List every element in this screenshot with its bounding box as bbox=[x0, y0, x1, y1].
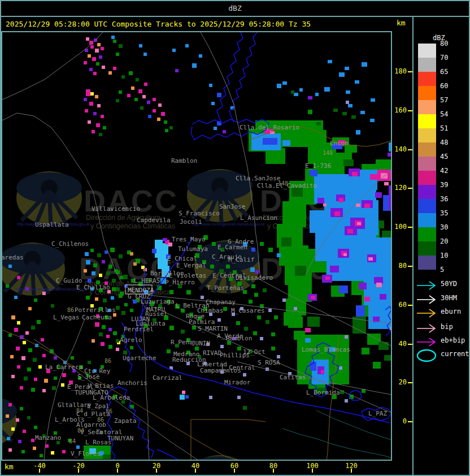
radar-echo bbox=[201, 296, 204, 299]
radar-echo bbox=[14, 328, 18, 332]
radar-echo bbox=[346, 101, 349, 104]
map-label: Ramblon bbox=[171, 157, 197, 165]
radar-echo bbox=[116, 287, 120, 291]
radar-echo bbox=[102, 260, 105, 263]
radar-echo bbox=[360, 111, 365, 114]
map-label: S_ROSA bbox=[258, 359, 280, 366]
radar-echo bbox=[38, 365, 42, 369]
radar-echo bbox=[346, 90, 350, 94]
radar-echo bbox=[325, 276, 330, 280]
road-number-label: 148 bbox=[278, 180, 288, 187]
radar-echo bbox=[133, 262, 137, 266]
radar-echo bbox=[180, 395, 185, 400]
radar-echo bbox=[119, 44, 123, 48]
radar-echo bbox=[212, 242, 216, 246]
radar-echo bbox=[356, 204, 360, 207]
radar-echo bbox=[119, 254, 123, 258]
map-label: aredas bbox=[1, 254, 24, 261]
map-label: Uspallata bbox=[35, 221, 69, 228]
radar-echo bbox=[123, 275, 128, 279]
radar-echo bbox=[164, 120, 167, 124]
radar-echo bbox=[33, 447, 36, 450]
radar-echo bbox=[112, 287, 116, 291]
radar-echo bbox=[362, 348, 369, 354]
radar-echo bbox=[368, 257, 373, 261]
radar-echo bbox=[308, 96, 312, 99]
radar-echo bbox=[330, 266, 339, 272]
radar-echo bbox=[316, 122, 321, 126]
radar-echo bbox=[249, 300, 253, 304]
radar-echo bbox=[317, 198, 324, 204]
radar-echo bbox=[101, 342, 105, 346]
radar-echo bbox=[359, 283, 367, 289]
radar-echo bbox=[143, 53, 147, 56]
radar-echo bbox=[226, 265, 230, 269]
radar-echo bbox=[243, 373, 246, 377]
radar-echo bbox=[140, 106, 143, 110]
radar-echo bbox=[131, 86, 134, 90]
radar-echo bbox=[88, 361, 91, 364]
map-canvas[interactable]: DACCDACCDACCDACCDACCDirección de Agricul… bbox=[0, 0, 470, 476]
road-number-label: 86 bbox=[97, 417, 104, 423]
radar-echo bbox=[147, 101, 150, 104]
radar-echo bbox=[96, 62, 99, 66]
radar-echo bbox=[384, 355, 391, 361]
radar-echo bbox=[21, 356, 25, 360]
radar-echo bbox=[108, 328, 112, 331]
radar-echo bbox=[282, 298, 286, 302]
radar-echo bbox=[185, 395, 189, 399]
radar-echo bbox=[168, 243, 172, 246]
radar-echo bbox=[134, 98, 138, 101]
radar-echo bbox=[255, 270, 259, 274]
radar-echo bbox=[102, 66, 105, 69]
radar-echo bbox=[14, 296, 18, 299]
radar-echo bbox=[277, 84, 281, 88]
radar-echo bbox=[139, 44, 142, 47]
map-label: Manzano bbox=[35, 434, 61, 442]
radar-echo bbox=[27, 416, 31, 419]
radar-echo bbox=[24, 377, 28, 380]
radar-echo bbox=[237, 347, 241, 350]
radar-echo bbox=[364, 297, 370, 301]
radar-echo bbox=[23, 341, 26, 344]
radar-echo bbox=[148, 115, 151, 118]
radar-echo bbox=[54, 356, 57, 360]
radar-echo bbox=[294, 331, 305, 340]
map-label: E_Vergal bbox=[176, 262, 206, 269]
radar-echo bbox=[260, 337, 263, 340]
radar-echo bbox=[181, 309, 185, 313]
map-label: Tulumaya bbox=[178, 245, 208, 253]
radar-echo bbox=[17, 276, 20, 279]
map-label: Potrerillos bbox=[75, 306, 116, 314]
map-label: Ugarteche bbox=[123, 354, 156, 362]
radar-echo bbox=[144, 83, 147, 86]
radar-echo bbox=[282, 81, 287, 85]
radar-echo bbox=[352, 172, 358, 176]
radar-echo bbox=[378, 342, 389, 350]
map-label: L_Asuncion bbox=[240, 214, 277, 222]
road-number-label: 86 bbox=[105, 358, 111, 364]
radar-echo bbox=[343, 159, 354, 166]
radar-echo bbox=[311, 296, 315, 299]
radar-echo bbox=[347, 229, 353, 233]
radar-echo bbox=[108, 345, 112, 349]
radar-echo bbox=[351, 115, 356, 119]
radar-echo bbox=[92, 57, 96, 61]
map-label: L_PAZ bbox=[368, 410, 387, 417]
map-label: M_Casares bbox=[231, 307, 265, 314]
radar-echo bbox=[380, 294, 386, 300]
map-label: Cacheuta bbox=[82, 314, 112, 321]
radar-echo bbox=[328, 60, 332, 63]
radar-echo bbox=[8, 265, 12, 268]
radar-echo bbox=[342, 112, 347, 115]
radar-echo bbox=[52, 386, 56, 390]
radar-echo bbox=[376, 159, 391, 170]
right-axis-unit: km bbox=[397, 19, 406, 27]
radar-echo bbox=[23, 430, 26, 433]
radar-echo bbox=[315, 93, 319, 96]
radar-echo bbox=[108, 71, 112, 75]
radar-echo bbox=[124, 303, 128, 306]
radar-echo bbox=[388, 153, 391, 157]
radar-echo bbox=[92, 271, 95, 275]
radar-echo bbox=[217, 318, 221, 322]
